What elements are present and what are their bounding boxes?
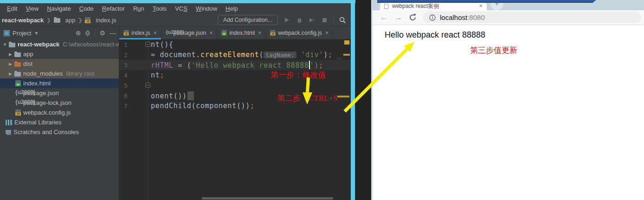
ide-titlebar-strip <box>0 0 355 3</box>
code-line-3[interactable]: 3rHTML = ('Hello webpack react 88888'); <box>119 60 351 70</box>
menu-edit[interactable]: Edit <box>3 5 21 12</box>
tree-item-package-lock-json[interactable]: package-lock.json <box>0 98 119 108</box>
menu-view[interactable]: View <box>21 5 43 12</box>
tree-item-react-webpack[interactable]: ▼react-webpackC:\wfaceboss\react-wel <box>0 39 119 49</box>
js-icon <box>15 110 21 116</box>
run-icon[interactable] <box>283 16 290 24</box>
debug-bug-icon[interactable] <box>296 16 303 24</box>
address-bar[interactable]: localhost:8080 <box>423 12 641 23</box>
expand-arrow-icon[interactable]: ▶ <box>7 52 13 57</box>
url-text[interactable]: localhost:8080 <box>440 13 485 21</box>
stop-icon[interactable] <box>321 16 328 24</box>
expand-arrow-icon[interactable]: ▶ <box>7 71 13 76</box>
tree-item-node-modules[interactable]: ▶node_moduleslibrary root <box>0 69 119 78</box>
overlapping-window-edge <box>377 0 596 3</box>
run-toolbar: Add Configuration... <box>218 15 346 25</box>
tree-item-webpack-config-js[interactable]: webpack.config.js <box>0 108 119 117</box>
tree-item-index-html[interactable]: index.html <box>0 78 119 88</box>
expand-arrow-icon[interactable]: ▶ <box>7 62 13 66</box>
line-number: 4 <box>119 72 148 79</box>
breadcrumb-file[interactable]: index.js <box>96 17 116 24</box>
gear-icon[interactable]: ⚙ <box>99 30 105 36</box>
folder-icon <box>9 43 15 47</box>
forward-icon[interactable]: → <box>394 13 402 21</box>
close-icon[interactable]: × <box>154 30 157 36</box>
tree-item-label: app <box>23 51 33 58</box>
editor: index.js×package.json×index.html×webpack… <box>119 26 351 200</box>
browser-tab-title: webpack react案例 <box>392 2 477 10</box>
hide-panel-icon[interactable]: — <box>109 30 116 36</box>
reload-icon[interactable] <box>409 13 417 21</box>
line-number: 1 <box>119 41 148 48</box>
scrollbar-warning-marker <box>344 40 349 45</box>
editor-tab-index-js[interactable]: index.js× <box>119 26 161 39</box>
menu-navigate[interactable]: Navigate <box>43 5 75 12</box>
code-token: pendChild(component()) <box>151 102 250 110</box>
run-with-coverage-icon[interactable] <box>308 16 316 24</box>
fold-marker-icon[interactable]: − <box>145 42 150 47</box>
menu-code[interactable]: Code <box>75 5 98 12</box>
ide-window: EditViewNavigateCodeRefactorRunToolsVCSW… <box>0 0 351 200</box>
horizontal-scrollbar[interactable] <box>202 197 333 200</box>
collapse-all-icon[interactable] <box>85 30 90 36</box>
back-icon[interactable]: ← <box>380 13 388 21</box>
navigation-toolbar: react-webpack ❯ app ❯ index.js Add Confi… <box>0 14 351 26</box>
tree-item-app[interactable]: ▶app <box>0 49 119 59</box>
project-tree: ▼react-webpackC:\wfaceboss\react-wel▶app… <box>0 39 119 137</box>
tree-item-label: index.html <box>23 80 51 87</box>
libs-icon <box>6 120 12 125</box>
tree-item-scratches-and-consoles[interactable]: Scratches and Consoles <box>0 127 119 137</box>
browser-tab[interactable]: webpack react案例 × <box>380 2 487 10</box>
menu-run[interactable]: Run <box>129 5 148 12</box>
editor-tab-index-html[interactable]: index.html× <box>217 26 266 39</box>
search-icon[interactable] <box>339 16 346 24</box>
menu-tools[interactable]: Tools <box>148 5 171 12</box>
tab-label: webpack.config.js <box>278 30 322 36</box>
menu-vcs[interactable]: VCS <box>171 5 192 12</box>
breadcrumb-project[interactable]: react-webpack <box>2 17 44 24</box>
tab-close-icon[interactable]: × <box>479 3 483 9</box>
tree-item-dist[interactable]: ▶dist <box>0 59 119 69</box>
add-configuration-button[interactable]: Add Configuration... <box>218 15 278 25</box>
menu-window[interactable]: Window <box>192 5 221 12</box>
code-text: nt(){ <box>148 40 174 49</box>
breadcrumb-folder[interactable]: app <box>65 17 76 24</box>
tree-item-external-libraries[interactable]: External Libraries <box>0 117 119 127</box>
code-token: nt(){ <box>151 40 174 49</box>
tab-label: index.html <box>229 30 255 36</box>
html-icon <box>15 80 21 86</box>
info-icon[interactable] <box>429 14 436 21</box>
locate-file-icon[interactable]: ⊕ <box>76 30 81 36</box>
js-file-icon <box>85 17 90 23</box>
scratches-icon <box>6 130 11 135</box>
screen-highlight-divider <box>351 0 355 200</box>
code-line-5[interactable]: 5− <box>119 80 351 90</box>
code-token: ; <box>319 61 323 70</box>
expand-arrow-icon[interactable]: ▼ <box>2 42 8 47</box>
fold-marker-icon[interactable]: − <box>145 83 150 88</box>
code-line-1[interactable]: 1−nt(){ <box>119 39 351 50</box>
editor-tab-package-json[interactable]: package.json× <box>161 26 218 39</box>
code-area[interactable]: 1−nt(){2= document.createElement(tagName… <box>119 39 351 200</box>
close-icon[interactable]: × <box>258 30 261 36</box>
tool-window-icon <box>4 30 10 36</box>
code-line-2[interactable]: 2= document.createElement(tagName: 'div'… <box>119 50 351 60</box>
tree-item-package-json[interactable]: package.json <box>0 88 119 98</box>
page-icon <box>384 4 388 9</box>
menu-refactor[interactable]: Refactor <box>98 5 129 12</box>
screenshot-root: EditViewNavigateCodeRefactorRunToolsVCSW… <box>0 0 644 200</box>
close-icon[interactable]: × <box>325 30 328 36</box>
browser-page: Hello webpack react 88888 第三步值更新 <box>373 25 644 200</box>
code-text: pendChild(component()); <box>148 102 255 110</box>
scrollbar-mark <box>343 54 350 56</box>
editor-tab-webpack-config-js[interactable]: webpack.config.js× <box>266 26 333 39</box>
close-icon[interactable]: × <box>209 30 213 36</box>
browser-window: webpack react案例 × + ← → localhost:8080 H… <box>371 0 644 200</box>
toolbar-divider <box>95 29 95 37</box>
folder-icon <box>14 72 21 77</box>
window-gap <box>355 0 371 200</box>
chevron-down-icon[interactable]: ▼ <box>34 31 39 36</box>
menu-help[interactable]: Help <box>221 5 242 12</box>
code-text: nt; <box>148 71 164 79</box>
project-panel-title[interactable]: Project <box>13 30 31 37</box>
